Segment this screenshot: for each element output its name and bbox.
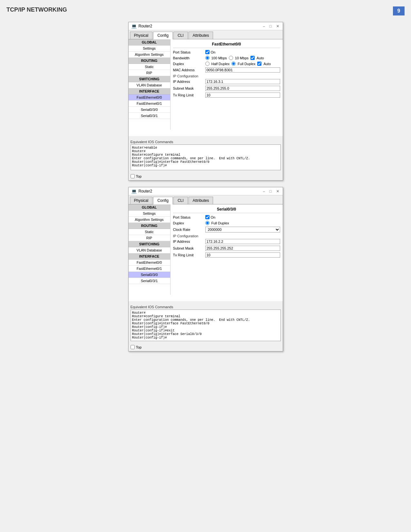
duplex-half-radio-1[interactable] [205,62,210,66]
txring-input-1[interactable] [205,93,280,98]
mac-input-1[interactable] [205,67,280,73]
clockrate-label-2: Clock Rate [173,228,205,232]
tab-attributes-1[interactable]: Attributes [189,32,213,39]
sidebar-item-rip-1[interactable]: RIP [129,70,170,76]
window2-ios-section: Equivalent IOS Commands Router# Router#c… [129,303,283,343]
port-status-checkbox-2[interactable] [205,215,210,219]
window1-titlebar: 💻 Router2 – □ ✕ [129,22,283,30]
sidebar-group-switching-2: SWITCHING [129,241,170,247]
field-duplex-1: Duplex Half Duplex Full Duplex Auto [173,62,280,66]
field-txring-2: Tx Ring Limit [173,252,280,258]
tab-physical-1[interactable]: Physical [130,32,153,39]
sidebar-item-settings-2[interactable]: Settings [129,211,170,217]
sidebar-item-static-1[interactable]: Static [129,64,170,70]
clockrate-select-2[interactable]: 2000000 1000000 500000 250000 [205,227,280,232]
ip-input-2[interactable] [205,239,280,244]
window1-sidebar: GLOBAL Settings Algorithm Settings ROUTI… [129,39,171,130]
tab-cli-2[interactable]: CLI [173,197,188,204]
duplex-half-label-1: Half Duplex [211,62,230,66]
txring-input-2[interactable] [205,252,280,258]
window1-ios-section: Equivalent IOS Commands Router>enable Ro… [129,138,283,172]
subnet-input-2[interactable] [205,246,280,251]
sidebar-item-fe00-2[interactable]: FastEthernet0/0 [129,260,170,266]
tab-attributes-2[interactable]: Attributes [189,197,213,204]
sidebar-item-fe00-1[interactable]: FastEthernet0/0 [129,94,170,101]
sidebar-item-fe01-2[interactable]: FastEthernet0/1 [129,266,170,272]
minimize-button-1[interactable]: – [262,24,266,28]
maximize-button-2[interactable]: □ [269,189,273,193]
sidebar-item-rip-2[interactable]: RIP [129,235,170,241]
sidebar-item-settings-1[interactable]: Settings [129,45,170,52]
sidebar-group-interface-2: INTERFACE [129,253,170,260]
minimize-button-2[interactable]: – [262,189,266,193]
mac-label-1: MAC Address [173,68,205,72]
router-icon-1: 💻 [131,24,137,29]
ip-label-2: IP Address [173,240,205,243]
ip-config-label-1: IP Configuration [173,74,280,78]
sidebar-item-algorithm-settings-2[interactable]: Algorithm Settings [129,217,170,223]
sidebar-item-vlan-2[interactable]: VLAN Database [129,247,170,253]
window2-tabs: Physical Config CLI Attributes [129,195,283,204]
tab-config-1[interactable]: Config [153,32,173,39]
ip-input-1[interactable] [205,79,280,84]
sidebar-group-global-2: GLOBAL [129,204,170,211]
bw-auto-label-1: Auto [257,56,264,60]
sidebar-group-routing-2: ROUTING [129,223,170,229]
field-ip-2: IP Address [173,239,280,244]
top-checkbox-2[interactable] [131,345,135,349]
window2-ios-commands[interactable]: Router# Router#configure terminal Enter … [131,310,281,341]
page-number: 9 [393,6,405,15]
sidebar-item-fe01-1[interactable]: FastEthernet0/1 [129,101,170,107]
maximize-button-1[interactable]: □ [269,24,273,28]
close-button-1[interactable]: ✕ [275,24,280,28]
tab-config-2[interactable]: Config [153,197,173,204]
ip-label-1: IP Address [173,80,205,84]
port-status-label-2: Port Status [173,215,205,219]
sidebar-item-serial031-2[interactable]: Serial0/3/1 [129,278,170,284]
window1-top-row: Top [129,172,283,180]
page-header: TCP/IP NETWORKING 9 [6,6,405,15]
field-subnet-2: Subnet Mask [173,246,280,251]
bw-100-radio-1[interactable] [205,56,210,60]
sidebar-item-algorithm-settings-1[interactable]: Algorithm Settings [129,52,170,58]
sidebar-group-routing-1: ROUTING [129,58,170,64]
duplex-auto-checkbox-1[interactable] [257,62,261,66]
duplex-label-2: Duplex [173,221,205,225]
router-icon-2: 💻 [131,189,137,194]
duplex-auto-label-1: Auto [263,62,271,66]
page-title: TCP/IP NETWORKING [6,6,67,13]
subnet-input-1[interactable] [205,86,280,91]
bw-auto-checkbox-1[interactable] [250,56,255,60]
window1-title: Router2 [139,24,152,28]
top-checkbox-1[interactable] [131,174,135,178]
bw-10-radio-1[interactable] [229,56,233,60]
bandwidth-label-1: Bandwidth [173,56,205,60]
sidebar-item-serial030-2[interactable]: Serial0/3/0 [129,272,170,278]
window1: 💻 Router2 – □ ✕ Physical Config CLI Attr… [128,22,283,181]
tab-cli-1[interactable]: CLI [173,32,188,39]
port-status-checkbox-1[interactable] [205,50,210,54]
duplex-full-radio-2[interactable] [205,221,210,225]
subnet-label-2: Subnet Mask [173,246,205,250]
window1-tabs: Physical Config CLI Attributes [129,30,283,39]
window2-content: GLOBAL Settings Algorithm Settings ROUTI… [129,204,283,301]
sidebar-item-vlan-1[interactable]: VLAN Database [129,82,170,88]
close-button-2[interactable]: ✕ [275,189,280,193]
window1-ios-commands[interactable]: Router>enable Router# Router#configure t… [131,144,281,170]
ip-config-label-2: IP Configuration [173,234,280,238]
field-port-status-1: Port Status On [173,50,280,54]
field-port-status-2: Port Status On [173,215,280,219]
field-ip-1: IP Address [173,79,280,84]
duplex-full-radio-1[interactable] [231,62,236,66]
txring-label-1: Tx Ring Limit [173,93,205,97]
sidebar-group-switching-1: SWITCHING [129,76,170,82]
window1-ios-label: Equivalent IOS Commands [131,140,281,144]
tab-physical-2[interactable]: Physical [130,197,153,204]
field-mac-1: MAC Address [173,67,280,73]
field-clockrate-2: Clock Rate 2000000 1000000 500000 250000 [173,227,280,232]
sidebar-item-serial030-1[interactable]: Serial0/3/0 [129,107,170,113]
sidebar-item-serial031-1[interactable]: Serial0/3/1 [129,113,170,119]
bw-100-label-1: 100 Mbps [211,56,227,60]
window1-panel-title: FastEthernet0/0 [173,42,280,48]
sidebar-item-static-2[interactable]: Static [129,229,170,235]
